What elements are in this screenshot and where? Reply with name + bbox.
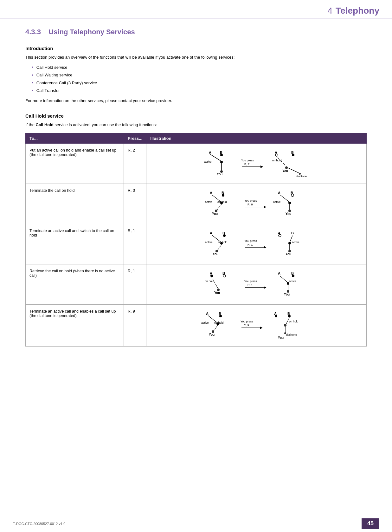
service-list: Call Hold service Call Waiting service C… [25,64,367,94]
svg-point-13 [275,154,278,156]
diagram-row3-after: A B active You [272,230,309,258]
diagram-row3-before: A B active on hold You [204,230,241,258]
list-item: Call Waiting service [32,72,367,78]
diagram-row4-after: A B active You [272,270,309,299]
svg-text:on hold: on hold [218,241,228,244]
svg-text:You: You [212,212,218,216]
table-row: Terminate the call on hold R, 0 A B acti… [26,184,367,224]
table-row: Terminate an active call and switch to t… [26,224,367,264]
list-item: Conference Call (3 Party) service [32,80,367,86]
section-number: 4.3.3 [25,28,41,36]
svg-text:You press: You press [244,199,257,202]
intro-text: This section provides an overview of the… [25,54,367,61]
svg-text:active: active [201,321,209,324]
svg-text:on hold: on hold [217,200,227,204]
svg-text:You: You [286,252,291,256]
svg-point-68 [210,275,213,277]
svg-text:A: A [210,191,212,195]
svg-point-15 [292,154,294,156]
svg-text:on hold: on hold [205,280,214,283]
svg-text:R, 2: R, 2 [244,163,250,166]
section-heading: Using Telephony Services [48,28,135,36]
svg-point-106 [284,324,286,327]
row1-press: R, 2 [124,143,146,184]
row5-press: R, 9 [124,304,146,346]
svg-point-31 [215,210,217,212]
svg-point-91 [219,315,222,317]
svg-line-1 [210,154,222,161]
svg-text:R, 1: R, 1 [247,243,253,246]
svg-text:R, 9: R, 9 [244,324,249,327]
document-id: E-DOC-CTC-20080527-0012 v1.0 [13,522,65,526]
diagram-row2-before: A B active on hold You [204,190,241,218]
svg-text:You: You [278,336,284,340]
svg-text:A: A [278,271,280,275]
svg-text:You: You [213,252,218,256]
col-header-press: Press... [124,133,146,143]
svg-text:active: active [292,241,299,244]
row3-press: R, 1 [124,224,146,264]
row2-press: R, 0 [124,184,146,224]
svg-text:You: You [282,169,288,173]
svg-text:on hold: on hold [272,159,282,162]
row4-press: R, 1 [124,264,146,304]
svg-point-2 [220,161,223,163]
svg-line-29 [217,204,222,210]
row4-illus: A B on hold You You press R, 1 [146,264,367,304]
svg-text:A: A [278,191,280,195]
row1-to: Put an active call on hold and enable a … [26,143,124,184]
call-hold-intro: If the Call Hold service is activated, y… [25,122,367,128]
row1-illus: A B active You [146,143,367,184]
svg-line-51 [217,244,222,250]
svg-text:active: active [205,241,213,244]
main-content: 4.3.3 Using Telephony Services Introduct… [0,18,392,359]
diagram-row2-after: A B active You [272,190,309,218]
svg-point-62 [288,242,291,244]
svg-text:You: You [214,291,220,295]
svg-point-85 [287,290,289,293]
svg-text:A: A [206,312,209,315]
svg-text:active: active [205,200,213,204]
arrow-row2: You press R, 0 [244,190,269,218]
table-row: Put an active call on hold and enable a … [26,143,367,184]
diagram-row5-after: A B on hold dial tone Yo [268,310,313,341]
row4-to: Retrieve the call on hold (when there is… [26,264,124,304]
introduction-heading: Introduction [25,46,367,51]
svg-point-95 [212,330,214,333]
svg-point-43 [288,210,291,212]
svg-point-49 [223,234,226,237]
svg-text:on hold: on hold [289,320,299,323]
svg-text:A: A [209,151,211,154]
svg-text:dial tone: dial tone [296,175,307,178]
svg-text:You press: You press [241,159,254,162]
arrow-row1: You press R, 2 [241,149,266,178]
diagram-row4-before: A B on hold You [204,270,241,299]
row3-illus: A B active on hold You You pr [146,224,367,264]
svg-point-59 [279,234,281,237]
footer-text: For more information on the other servic… [25,98,367,104]
svg-text:active: active [204,160,212,163]
diagram-row1-after: A B on hold You [269,149,310,178]
svg-text:You: You [286,212,291,216]
row5-to: Terminate an active call and enables a c… [26,304,124,346]
svg-text:You press: You press [241,320,253,323]
chapter-title: Telephony [336,6,379,16]
col-header-to: To... [26,133,124,143]
service-table: To... Press... Illustration Put an activ… [25,133,367,347]
arrow-row3: You press R, 1 [244,230,269,258]
call-hold-heading: Call Hold service [25,113,367,119]
svg-text:You: You [209,333,215,336]
diagram-row5-before: A B active on hold You [200,310,237,341]
svg-point-27 [222,194,224,197]
svg-point-103 [288,315,291,317]
svg-line-37 [280,195,290,202]
diagram-row1-before: A B active You [202,149,237,178]
svg-point-82 [292,275,294,277]
svg-text:A: A [210,231,212,235]
svg-text:on hold: on hold [214,321,224,324]
svg-text:You press: You press [244,280,257,283]
svg-point-4 [220,154,223,156]
arrow-row4: You press R, 1 [244,270,269,299]
row2-illus: A B active on hold You You pr [146,184,367,224]
svg-point-101 [275,315,277,317]
